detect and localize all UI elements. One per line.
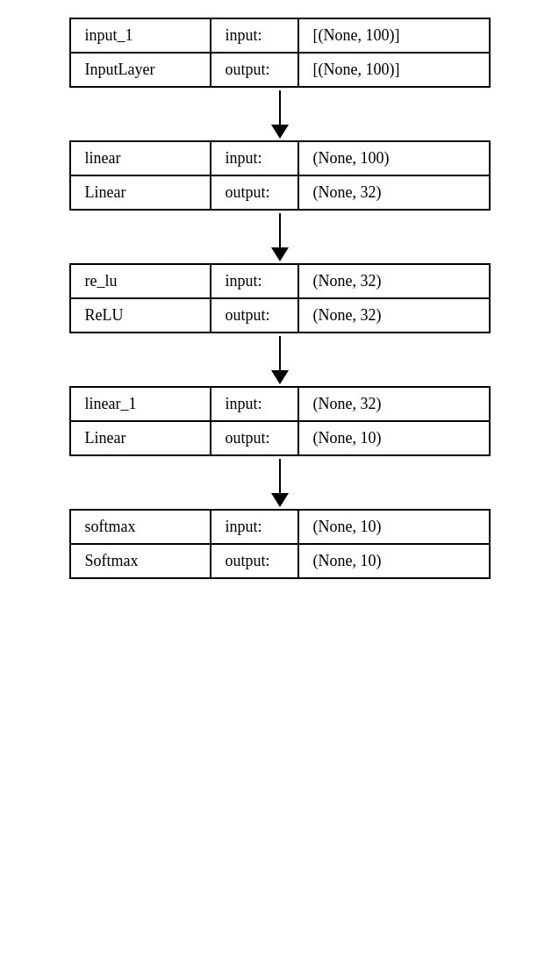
node-row: Linearoutput:(None, 10) <box>71 422 489 454</box>
arrow-head <box>271 125 289 139</box>
node-row: InputLayeroutput:[(None, 100)] <box>71 54 489 86</box>
node-re_lu: re_luinput:(None, 32)ReLUoutput:(None, 3… <box>69 263 491 333</box>
cell-value: (None, 32) <box>299 176 489 209</box>
arrow-head <box>271 370 289 384</box>
arrow-head <box>271 247 289 261</box>
arrow-line <box>279 213 281 248</box>
arrow-2 <box>271 211 289 263</box>
cell-label: input: <box>211 142 299 175</box>
cell-name: linear_1 <box>71 388 211 420</box>
node-row: Linearoutput:(None, 32) <box>71 176 489 209</box>
cell-label: input: <box>211 511 299 543</box>
cell-label: input: <box>211 19 299 52</box>
cell-value: (None, 32) <box>299 299 489 332</box>
arrow-line <box>279 336 281 371</box>
node-input_1: input_1input:[(None, 100)]InputLayeroutp… <box>69 18 491 88</box>
cell-name: softmax <box>71 511 211 543</box>
node-softmax: softmaxinput:(None, 10)Softmaxoutput:(No… <box>69 509 491 579</box>
node-row: Softmaxoutput:(None, 10) <box>71 545 489 577</box>
node-row: ReLUoutput:(None, 32) <box>71 299 489 332</box>
node-row: input_1input:[(None, 100)] <box>71 19 489 54</box>
cell-name: InputLayer <box>71 54 211 86</box>
cell-value: (None, 10) <box>299 545 489 577</box>
cell-value: (None, 100) <box>299 142 489 175</box>
cell-name: re_lu <box>71 265 211 297</box>
cell-name: Softmax <box>71 545 211 577</box>
cell-name: input_1 <box>71 19 211 52</box>
arrow-line <box>279 459 281 494</box>
cell-label: input: <box>211 265 299 297</box>
arrow-3 <box>271 333 289 386</box>
cell-label: output: <box>211 299 299 332</box>
arrow-line <box>279 90 281 125</box>
neural-network-diagram: input_1input:[(None, 100)]InputLayeroutp… <box>18 18 541 579</box>
arrow-4 <box>271 456 289 509</box>
cell-name: Linear <box>71 176 211 209</box>
cell-label: output: <box>211 176 299 209</box>
cell-value: (None, 32) <box>299 388 489 420</box>
node-row: linearinput:(None, 100) <box>71 142 489 176</box>
cell-value: (None, 10) <box>299 511 489 543</box>
cell-label: output: <box>211 422 299 454</box>
node-row: re_luinput:(None, 32) <box>71 265 489 299</box>
cell-value: [(None, 100)] <box>299 54 489 86</box>
arrow-head <box>271 493 289 507</box>
node-row: linear_1input:(None, 32) <box>71 388 489 422</box>
cell-label: input: <box>211 388 299 420</box>
cell-name: Linear <box>71 422 211 454</box>
cell-value: (None, 32) <box>299 265 489 297</box>
node-row: softmaxinput:(None, 10) <box>71 511 489 545</box>
arrow-1 <box>271 88 289 140</box>
cell-value: [(None, 100)] <box>299 19 489 52</box>
cell-name: linear <box>71 142 211 175</box>
node-linear: linearinput:(None, 100)Linearoutput:(Non… <box>69 140 491 211</box>
cell-label: output: <box>211 54 299 86</box>
cell-label: output: <box>211 545 299 577</box>
cell-name: ReLU <box>71 299 211 332</box>
node-linear_1: linear_1input:(None, 32)Linearoutput:(No… <box>69 386 491 456</box>
cell-value: (None, 10) <box>299 422 489 454</box>
